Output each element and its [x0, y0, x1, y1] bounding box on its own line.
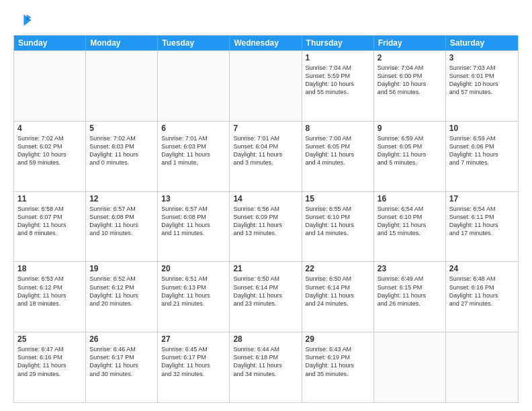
day-info: Sunrise: 7:01 AM Sunset: 6:03 PM Dayligh… [161, 134, 226, 167]
calendar-body: 1Sunrise: 7:04 AM Sunset: 5:59 PM Daylig… [14, 50, 518, 402]
day-number: 14 [233, 194, 298, 203]
day-number: 11 [17, 194, 82, 203]
day-info: Sunrise: 6:45 AM Sunset: 6:17 PM Dayligh… [161, 345, 226, 378]
cal-cell: 6Sunrise: 7:01 AM Sunset: 6:03 PM Daylig… [158, 122, 230, 191]
day-info: Sunrise: 6:53 AM Sunset: 6:12 PM Dayligh… [17, 275, 82, 308]
day-number: 15 [306, 194, 370, 203]
day-info: Sunrise: 7:04 AM Sunset: 6:00 PM Dayligh… [378, 64, 442, 97]
calendar-row-4: 25Sunrise: 6:47 AM Sunset: 6:16 PM Dayli… [14, 332, 518, 402]
day-info: Sunrise: 6:58 AM Sunset: 6:07 PM Dayligh… [17, 205, 82, 238]
calendar-row-1: 4Sunrise: 7:02 AM Sunset: 6:02 PM Daylig… [14, 121, 518, 191]
day-info: Sunrise: 6:51 AM Sunset: 6:13 PM Dayligh… [161, 275, 226, 308]
day-number: 28 [233, 334, 298, 344]
day-number: 29 [306, 334, 370, 344]
cal-cell: 5Sunrise: 7:02 AM Sunset: 6:03 PM Daylig… [86, 122, 158, 191]
day-number: 5 [89, 124, 154, 133]
cal-cell: 28Sunrise: 6:44 AM Sunset: 6:18 PM Dayli… [230, 332, 302, 402]
cal-cell: 10Sunrise: 6:59 AM Sunset: 6:06 PM Dayli… [446, 122, 518, 191]
day-number: 6 [161, 124, 226, 133]
header-day-tuesday: Tuesday [158, 36, 230, 50]
day-info: Sunrise: 7:02 AM Sunset: 6:02 PM Dayligh… [17, 134, 82, 167]
cal-cell: 13Sunrise: 6:57 AM Sunset: 6:08 PM Dayli… [158, 192, 230, 262]
day-info: Sunrise: 6:54 AM Sunset: 6:11 PM Dayligh… [449, 205, 515, 238]
cal-cell [14, 51, 86, 121]
day-info: Sunrise: 6:50 AM Sunset: 6:14 PM Dayligh… [233, 275, 298, 308]
cal-cell: 4Sunrise: 7:02 AM Sunset: 6:02 PM Daylig… [14, 122, 86, 191]
day-info: Sunrise: 6:59 AM Sunset: 6:06 PM Dayligh… [449, 134, 515, 167]
logo [13, 11, 35, 30]
logo-icon [13, 11, 32, 30]
calendar-header: SundayMondayTuesdayWednesdayThursdayFrid… [14, 36, 518, 50]
header-day-sunday: Sunday [14, 36, 86, 50]
calendar: SundayMondayTuesdayWednesdayThursdayFrid… [13, 35, 519, 403]
day-info: Sunrise: 7:03 AM Sunset: 6:01 PM Dayligh… [449, 64, 515, 97]
cal-cell: 19Sunrise: 6:52 AM Sunset: 6:12 PM Dayli… [86, 262, 158, 332]
cal-cell: 8Sunrise: 7:00 AM Sunset: 6:05 PM Daylig… [302, 122, 374, 191]
cal-cell: 12Sunrise: 6:57 AM Sunset: 6:08 PM Dayli… [86, 192, 158, 262]
day-number: 22 [306, 264, 370, 273]
day-info: Sunrise: 6:54 AM Sunset: 6:10 PM Dayligh… [378, 205, 442, 238]
cal-cell: 27Sunrise: 6:45 AM Sunset: 6:17 PM Dayli… [158, 332, 230, 402]
cal-cell [374, 332, 446, 402]
day-number: 4 [17, 124, 82, 133]
day-number: 16 [378, 194, 442, 203]
cal-cell: 21Sunrise: 6:50 AM Sunset: 6:14 PM Dayli… [230, 262, 302, 332]
header-day-saturday: Saturday [446, 36, 518, 50]
day-number: 21 [233, 264, 298, 273]
cal-cell: 22Sunrise: 6:50 AM Sunset: 6:14 PM Dayli… [302, 262, 374, 332]
cal-cell: 7Sunrise: 7:01 AM Sunset: 6:04 PM Daylig… [230, 122, 302, 191]
cal-cell: 14Sunrise: 6:56 AM Sunset: 6:09 PM Dayli… [230, 192, 302, 262]
cal-cell: 25Sunrise: 6:47 AM Sunset: 6:16 PM Dayli… [14, 332, 86, 402]
day-info: Sunrise: 6:44 AM Sunset: 6:18 PM Dayligh… [233, 345, 298, 378]
day-info: Sunrise: 6:49 AM Sunset: 6:15 PM Dayligh… [378, 275, 442, 308]
cal-cell: 16Sunrise: 6:54 AM Sunset: 6:10 PM Dayli… [374, 192, 446, 262]
day-number: 12 [89, 194, 154, 203]
cal-cell [446, 332, 518, 402]
day-info: Sunrise: 6:46 AM Sunset: 6:17 PM Dayligh… [89, 345, 154, 378]
day-number: 17 [449, 194, 515, 203]
day-number: 23 [378, 264, 442, 273]
day-info: Sunrise: 6:52 AM Sunset: 6:12 PM Dayligh… [89, 275, 154, 308]
cal-cell: 20Sunrise: 6:51 AM Sunset: 6:13 PM Dayli… [158, 262, 230, 332]
day-number: 20 [161, 264, 226, 273]
cal-cell: 2Sunrise: 7:04 AM Sunset: 6:00 PM Daylig… [374, 51, 446, 121]
day-number: 3 [449, 53, 515, 62]
day-info: Sunrise: 6:43 AM Sunset: 6:19 PM Dayligh… [306, 345, 370, 378]
day-number: 10 [449, 124, 515, 133]
page: SundayMondayTuesdayWednesdayThursdayFrid… [0, 0, 532, 411]
day-info: Sunrise: 7:00 AM Sunset: 6:05 PM Dayligh… [306, 134, 370, 167]
day-number: 24 [449, 264, 515, 273]
day-number: 8 [306, 124, 370, 133]
calendar-row-3: 18Sunrise: 6:53 AM Sunset: 6:12 PM Dayli… [14, 261, 518, 332]
day-number: 9 [378, 124, 442, 133]
day-number: 18 [17, 264, 82, 273]
calendar-row-0: 1Sunrise: 7:04 AM Sunset: 5:59 PM Daylig… [14, 50, 518, 121]
day-number: 13 [161, 194, 226, 203]
day-info: Sunrise: 7:02 AM Sunset: 6:03 PM Dayligh… [89, 134, 154, 167]
day-number: 26 [89, 334, 154, 344]
day-number: 19 [89, 264, 154, 273]
day-info: Sunrise: 7:01 AM Sunset: 6:04 PM Dayligh… [233, 134, 298, 167]
cal-cell: 17Sunrise: 6:54 AM Sunset: 6:11 PM Dayli… [446, 192, 518, 262]
header-day-wednesday: Wednesday [230, 36, 302, 50]
day-info: Sunrise: 6:50 AM Sunset: 6:14 PM Dayligh… [306, 275, 370, 308]
header [13, 11, 519, 30]
cal-cell [230, 51, 302, 121]
day-info: Sunrise: 6:56 AM Sunset: 6:09 PM Dayligh… [233, 205, 298, 238]
header-day-monday: Monday [86, 36, 158, 50]
day-number: 25 [17, 334, 82, 344]
day-info: Sunrise: 6:59 AM Sunset: 6:05 PM Dayligh… [378, 134, 442, 167]
day-info: Sunrise: 6:48 AM Sunset: 6:16 PM Dayligh… [449, 275, 515, 308]
cal-cell: 15Sunrise: 6:55 AM Sunset: 6:10 PM Dayli… [302, 192, 374, 262]
day-info: Sunrise: 6:47 AM Sunset: 6:16 PM Dayligh… [17, 345, 82, 378]
cal-cell: 18Sunrise: 6:53 AM Sunset: 6:12 PM Dayli… [14, 262, 86, 332]
day-number: 1 [306, 53, 370, 62]
cal-cell: 11Sunrise: 6:58 AM Sunset: 6:07 PM Dayli… [14, 192, 86, 262]
cal-cell: 29Sunrise: 6:43 AM Sunset: 6:19 PM Dayli… [302, 332, 374, 402]
day-info: Sunrise: 6:57 AM Sunset: 6:08 PM Dayligh… [89, 205, 154, 238]
header-day-friday: Friday [374, 36, 446, 50]
day-number: 2 [378, 53, 442, 62]
cal-cell: 26Sunrise: 6:46 AM Sunset: 6:17 PM Dayli… [86, 332, 158, 402]
cal-cell: 24Sunrise: 6:48 AM Sunset: 6:16 PM Dayli… [446, 262, 518, 332]
cal-cell: 3Sunrise: 7:03 AM Sunset: 6:01 PM Daylig… [446, 51, 518, 121]
